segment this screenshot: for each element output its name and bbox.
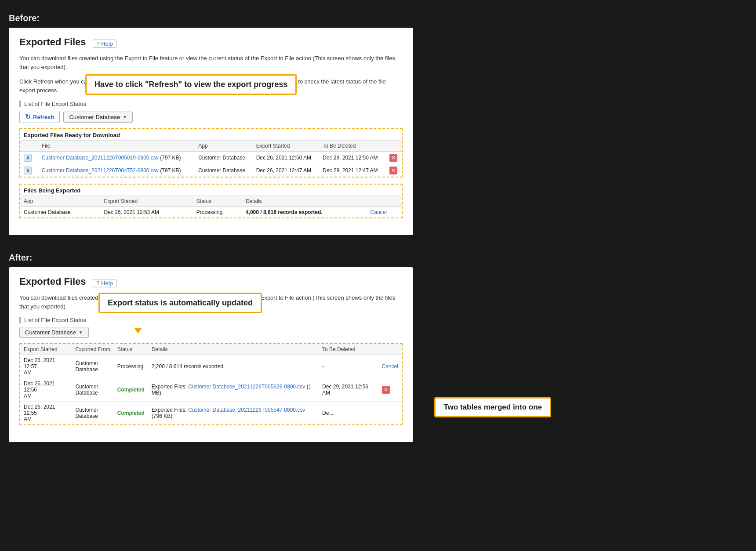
file-link[interactable]: Customer Database_20211226T005019-0800.c…: [42, 155, 159, 161]
merged-status-completed: Completed: [114, 402, 148, 425]
files-being-exported-section: Files Being Exported App Export Started …: [19, 184, 403, 218]
callout-arrow-down: [134, 328, 142, 334]
refresh-icon: ↻: [25, 113, 31, 121]
ready-col-action: [386, 141, 402, 152]
table-row: Customer Database Dec 26, 2021 12:53 AM …: [20, 207, 402, 218]
ready-for-download-section: Exported Files Ready for Download File A…: [19, 128, 403, 178]
to-be-deleted: Dec 29, 2021 12:50 AM: [319, 152, 385, 164]
merged-exported-from: CustomerDatabase: [72, 378, 113, 402]
exporting-table: App Export Started Status Details Custom…: [20, 196, 402, 218]
to-be-deleted: Dec 29, 2021 12:47 AM: [319, 164, 385, 177]
ready-col-export-started: Export Started: [253, 141, 319, 152]
before-help-link[interactable]: ? Help: [93, 40, 116, 48]
ready-section-header: Exported Files Ready for Download: [20, 129, 402, 141]
after-dropdown-label: Customer Database: [25, 329, 76, 336]
merged-col-export-started: Export Started: [20, 344, 72, 355]
app-name: Customer Database: [195, 152, 252, 164]
ready-table: File App Export Started To Be Deleted ⬇ …: [20, 141, 402, 177]
merged-to-be-deleted: -: [319, 355, 378, 378]
export-started: Dec 26, 2021 12:50 AM: [253, 152, 319, 164]
table-row: ⬇ Customer Database_20211226T004752-0800…: [20, 164, 402, 177]
ready-col-file: File: [38, 141, 195, 152]
table-row: Dec 26, 2021 12:56AM CustomerDatabase Co…: [20, 378, 402, 402]
merged-details-completed: Exported Files: Customer Database_202112…: [148, 378, 319, 402]
after-delete-button[interactable]: ✕: [382, 386, 390, 394]
after-panel-title: Exported Files: [19, 276, 86, 287]
ready-col-to-be-deleted: To Be Deleted: [319, 141, 385, 152]
merged-export-started: Dec 26, 2021 12:57AM: [20, 355, 72, 378]
before-panel-title: Exported Files: [19, 36, 86, 48]
merged-to-be-deleted: Dec 29, 2021 12:56 AM: [319, 378, 378, 402]
merged-col-status: Status: [114, 344, 148, 355]
exp-col-details: Details: [242, 196, 367, 207]
before-label: Before:: [9, 13, 747, 23]
merged-table: Export Started Exported From Status Deta…: [20, 344, 402, 424]
exp-export-started: Dec 26, 2021 12:53 AM: [101, 207, 193, 218]
file-link[interactable]: Customer Database_20211226T004752-0800.c…: [42, 167, 159, 174]
merged-exported-from: CustomerDatabase: [72, 355, 113, 378]
exp-status: Processing: [193, 207, 242, 218]
after-app-dropdown[interactable]: Customer Database ▼: [19, 327, 89, 338]
app-name: Customer Database: [195, 164, 252, 177]
file-size: (797 KB): [160, 155, 181, 161]
ready-col-download: [20, 141, 38, 152]
download-icon[interactable]: ⬇: [24, 154, 32, 162]
refresh-button[interactable]: ↻ Refresh: [19, 111, 60, 123]
table-row: Dec 26, 2021 12:55AM CustomerDatabase Co…: [20, 402, 402, 425]
exp-app-name: Customer Database: [20, 207, 101, 218]
table-row: Dec 26, 2021 12:57AM CustomerDatabase Pr…: [20, 355, 402, 378]
exp-details: 4,000 / 8,618 records exported.: [242, 207, 367, 218]
merged-export-started: Dec 26, 2021 12:55AM: [20, 402, 72, 425]
exp-col-app: App: [20, 196, 101, 207]
merged-details: 2,200 / 8,614 records exported.: [148, 355, 319, 378]
merged-status: Processing: [114, 355, 148, 378]
cancel-link[interactable]: Cancel: [371, 209, 387, 215]
merged-details-completed2: Exported Files: Customer Database_202112…: [148, 402, 319, 425]
after-dropdown-arrow-icon: ▼: [79, 330, 83, 335]
delete-button[interactable]: ✕: [389, 154, 397, 162]
exporting-section-header: Files Being Exported: [20, 185, 402, 196]
after-filter-label: List of File Export Status: [19, 317, 86, 323]
before-callout-box: Have to click "Refresh" to view the expo…: [85, 74, 297, 95]
table-row: ⬇ Customer Database_20211226T005019-0800…: [20, 152, 402, 164]
app-dropdown[interactable]: Customer Database ▼: [63, 112, 133, 123]
before-desc1: You can download files created using the…: [19, 54, 403, 71]
after-help-link[interactable]: ? Help: [93, 279, 116, 287]
merged-col-action: [378, 344, 402, 355]
merged-col-details: Details: [148, 344, 319, 355]
merged-status-completed: Completed: [114, 378, 148, 402]
after-cancel-link[interactable]: Cancel: [382, 363, 398, 370]
refresh-label: Refresh: [33, 114, 54, 120]
export-started: Dec 26, 2021 12:47 AM: [253, 164, 319, 177]
after-label: After:: [9, 253, 747, 263]
ready-col-app: App: [195, 141, 252, 152]
download-icon[interactable]: ⬇: [24, 167, 32, 174]
after-connector-svg: [747, 279, 756, 499]
completed-file-link2[interactable]: Customer Database_20211226T005547-0800.c…: [188, 407, 305, 413]
merged-table-section: Export Started Exported From Status Deta…: [19, 343, 403, 425]
delete-button[interactable]: ✕: [389, 167, 397, 174]
merged-callout-box: Two tables merged into one: [434, 397, 551, 417]
merged-col-exported-from: Exported From: [72, 344, 113, 355]
exp-col-export-started: Export Started: [101, 196, 193, 207]
exp-col-action: [367, 196, 402, 207]
merged-exported-from: CustomerDatabase: [72, 402, 113, 425]
file-size: (797 KB): [160, 167, 181, 174]
exp-col-status: Status: [193, 196, 242, 207]
dropdown-arrow-icon: ▼: [123, 115, 127, 120]
merged-to-be-deleted: De...: [319, 402, 378, 425]
after-callout-box: Export status is automatically updated: [98, 293, 262, 313]
dropdown-label: Customer Database: [69, 114, 120, 120]
merged-col-to-be-deleted: To Be Deleted: [319, 344, 378, 355]
before-filter-label: List of File Export Status: [19, 101, 86, 107]
merged-export-started: Dec 26, 2021 12:56AM: [20, 378, 72, 402]
completed-file-link[interactable]: Customer Database_20211226T005626-0800.c…: [188, 384, 305, 390]
